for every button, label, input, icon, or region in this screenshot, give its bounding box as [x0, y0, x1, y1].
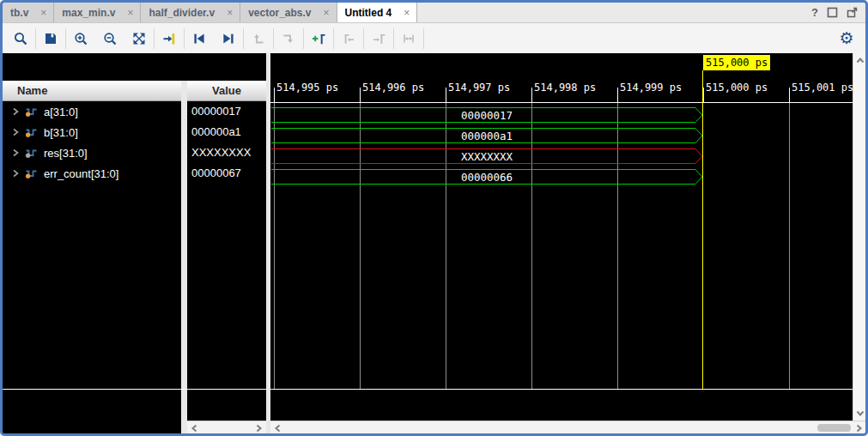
time-cursor-line[interactable] [702, 70, 703, 389]
signal-row-err_count310[interactable]: err_count[31:0] [3, 163, 181, 184]
expand-chevron-icon[interactable] [12, 107, 20, 116]
swap-next-button[interactable] [277, 27, 300, 50]
axis-tick-label: 514,995 ps [276, 82, 338, 94]
signal-name-panel: Name a[31:0]b[31:0]res[31:0]err_count[31… [3, 53, 181, 433]
bus-value-label: 00000017 [271, 109, 702, 122]
column-splitter[interactable] [181, 81, 187, 433]
bus-signal-icon [25, 106, 38, 118]
previous-marker-button[interactable] [337, 27, 360, 50]
scroll-left-icon[interactable] [189, 422, 200, 433]
tab-close-icon[interactable]: × [324, 8, 330, 18]
axis-tick [531, 88, 532, 102]
zoom-range-button[interactable] [398, 27, 420, 50]
tab-tb-v[interactable]: tb.v× [3, 3, 54, 22]
hscroll-thumb[interactable] [817, 424, 851, 432]
cursor-time-badge[interactable]: 515,000 ps [703, 55, 770, 70]
toolbar-separator [273, 28, 274, 49]
expand-chevron-icon[interactable] [12, 148, 20, 157]
scroll-right-icon[interactable] [253, 422, 264, 433]
previous-transition-button[interactable] [188, 27, 210, 50]
gridline [531, 103, 532, 389]
signal-row-a310[interactable]: a[31:0] [3, 101, 181, 122]
signal-row-res310[interactable]: res[31:0] [3, 142, 181, 163]
scroll-left-icon[interactable] [272, 422, 283, 433]
gridline [274, 103, 275, 389]
tab-label: max_min.v [62, 7, 115, 19]
tab-max-min-v[interactable]: max_min.v× [54, 3, 141, 22]
gridline [789, 103, 790, 389]
toolbar-separator [154, 28, 155, 49]
wave-vscrollbar[interactable] [853, 53, 865, 421]
axis-tick-label: 514,998 ps [534, 82, 596, 94]
tab-untitled-4[interactable]: Untitled 4× [337, 3, 418, 22]
waveform-window: tb.v×max_min.v×half_divider.v×vector_abs… [0, 0, 868, 436]
toolbar-separator [393, 28, 394, 49]
tab-close-icon[interactable]: × [404, 8, 410, 18]
toolbar: ⚙ [3, 23, 865, 53]
scroll-up-icon[interactable] [854, 55, 865, 66]
tab-label: vector_abs.v [248, 7, 311, 19]
maximize-icon[interactable] [827, 7, 838, 18]
signal-name: b[31:0] [44, 126, 78, 139]
scroll-down-icon[interactable] [854, 408, 865, 419]
zoom-in-button[interactable] [70, 27, 92, 50]
tab-label: tb.v [10, 7, 28, 19]
tab-close-icon[interactable]: × [127, 8, 133, 18]
add-marker-button[interactable] [307, 27, 330, 50]
wave-bottom-line [270, 389, 853, 390]
help-icon[interactable]: ? [811, 6, 818, 19]
signal-name: res[31:0] [44, 147, 88, 160]
wave-canvas[interactable]: 515,000 ps 514,995 ps514,996 ps514,997 p… [270, 53, 853, 421]
go-to-cursor-button[interactable] [158, 27, 180, 50]
value-hscrollbar[interactable] [187, 421, 266, 433]
next-transition-button[interactable] [217, 27, 240, 50]
axis-tick [274, 88, 275, 102]
tab-label: Untitled 4 [345, 7, 392, 19]
bus-signal-icon [25, 148, 38, 159]
toolbar-separator [363, 28, 364, 49]
toolbar-separator [243, 28, 244, 49]
axis-tick [360, 88, 361, 102]
axis-tick [617, 88, 618, 102]
toolbar-separator [303, 28, 304, 49]
scroll-right-icon[interactable] [853, 422, 865, 433]
panel-bottom-line [3, 389, 266, 390]
search-button[interactable] [9, 27, 32, 50]
float-window-icon[interactable] [847, 7, 858, 18]
axis-tick-label: 514,997 ps [448, 82, 510, 94]
toolbar-separator [35, 28, 36, 49]
bus-signal-icon [25, 127, 38, 138]
bus-signal-icon [25, 168, 38, 179]
bus-value-label: 00000066 [271, 171, 702, 184]
signal-value-panel: Value 00000017000000a1XXXXXXXX00000067 [187, 53, 266, 433]
gridline [617, 103, 618, 389]
signal-row-b310[interactable]: b[31:0] [3, 122, 181, 142]
tab-close-icon[interactable]: × [227, 8, 233, 18]
swap-previous-button[interactable] [247, 27, 270, 50]
signal-name: a[31:0] [44, 106, 78, 118]
tab-list: tb.v×max_min.v×half_divider.v×vector_abs… [3, 3, 417, 22]
toolbar-separator [423, 28, 424, 49]
settings-gear-icon[interactable]: ⚙ [835, 27, 858, 49]
signal-name: err_count[31:0] [44, 167, 118, 180]
signal-value: XXXXXXXX [187, 142, 266, 163]
value-column-header[interactable]: Value [187, 81, 266, 101]
tab-close-icon[interactable]: × [40, 8, 46, 18]
axis-tick [446, 88, 446, 102]
tab-half-divider-v[interactable]: half_divider.v× [141, 3, 240, 22]
gridline [446, 103, 446, 389]
save-button[interactable] [39, 27, 62, 50]
next-marker-button[interactable] [367, 27, 390, 50]
expand-chevron-icon[interactable] [12, 169, 20, 178]
axis-tick-label: 515,000 ps [706, 82, 768, 94]
axis-tick [703, 88, 704, 102]
signal-value: 000000a1 [187, 122, 266, 142]
tab-vector-abs-v[interactable]: vector_abs.v× [240, 3, 337, 22]
name-column-header[interactable]: Name [3, 81, 181, 101]
expand-chevron-icon[interactable] [12, 128, 20, 136]
zoom-out-button[interactable] [99, 27, 121, 50]
tab-bar: tb.v×max_min.v×half_divider.v×vector_abs… [3, 3, 865, 23]
toolbar-separator [333, 28, 334, 49]
zoom-fit-button[interactable] [128, 27, 150, 50]
wave-hscrollbar[interactable] [270, 421, 865, 433]
